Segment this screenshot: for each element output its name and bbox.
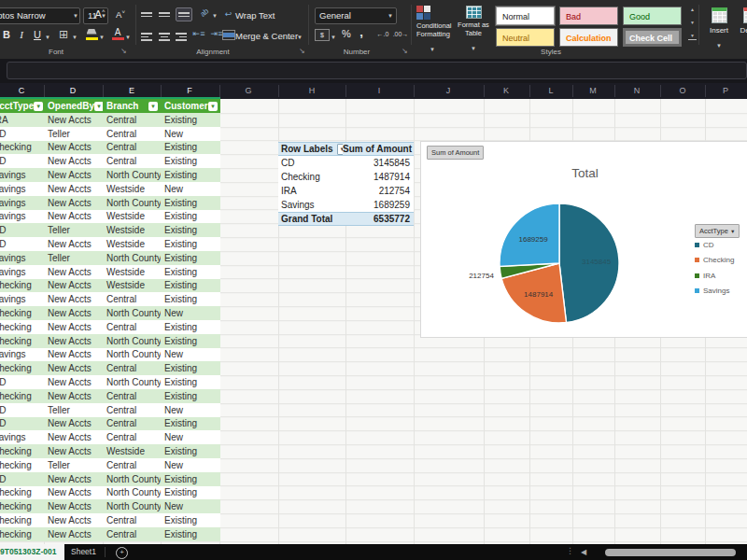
table-cell[interactable]: Existing <box>161 141 220 155</box>
legend-item-cd[interactable]: CD <box>695 241 714 249</box>
table-cell[interactable]: North County <box>103 251 161 265</box>
align-center-button[interactable] <box>159 31 170 43</box>
table-cell[interactable]: Checking <box>0 334 44 348</box>
table-cell[interactable]: Teller <box>44 127 103 141</box>
value-field-button[interactable]: Sum of Amount <box>427 146 484 160</box>
conditional-formatting-button[interactable]: Conditional Formatting ▼ <box>416 6 448 55</box>
table-cell[interactable]: Central <box>103 403 161 417</box>
pivot-row[interactable]: CD3145845 <box>278 156 414 170</box>
table-cell[interactable]: Westside <box>103 444 161 458</box>
table-cell[interactable]: Checking <box>0 389 44 403</box>
table-cell[interactable]: New <box>161 458 220 472</box>
table-cell[interactable]: Existing <box>161 237 220 251</box>
gallery-scroll-down-button[interactable]: ▼ <box>688 20 697 26</box>
table-cell[interactable]: Teller <box>44 458 103 472</box>
table-cell[interactable]: New Accts <box>44 375 103 389</box>
accounting-format-button[interactable]: $ <box>315 29 330 41</box>
tab-split-handle[interactable]: ⋮ <box>566 546 574 555</box>
table-cell[interactable]: North County <box>103 375 161 389</box>
italic-button[interactable]: I <box>15 29 28 40</box>
table-cell[interactable]: New <box>161 127 220 141</box>
gallery-more-button[interactable]: ▼ <box>688 33 697 40</box>
underline-button[interactable]: U <box>31 29 44 40</box>
table-cell[interactable]: CD <box>0 237 44 251</box>
font-name-select[interactable]: Aptos Narrow <box>0 7 80 24</box>
table-cell[interactable]: New Accts <box>44 113 103 127</box>
table-cell[interactable]: Existing <box>161 375 220 389</box>
table-cell[interactable]: New Accts <box>44 265 103 279</box>
table-cell[interactable]: IRA <box>0 113 44 127</box>
table-cell[interactable]: North County <box>103 334 161 348</box>
pivot-row[interactable]: IRA212754 <box>278 184 414 198</box>
sheet-tab-active[interactable]: 9T051303Z-001 <box>0 544 64 560</box>
table-cell[interactable]: Savings <box>0 168 44 182</box>
table-cell[interactable]: CD <box>0 403 44 417</box>
decrease-indent-button[interactable]: ⇤≡ <box>191 29 206 38</box>
column-header-F[interactable]: F <box>178 83 201 99</box>
pivot-row[interactable]: Savings1689259 <box>278 198 414 212</box>
table-cell[interactable]: Central <box>103 513 161 527</box>
table-cell[interactable]: New Accts <box>44 154 103 168</box>
borders-button[interactable]: ⊞ <box>56 28 71 41</box>
table-cell[interactable]: New Accts <box>44 486 103 500</box>
table-cell[interactable]: Checking <box>0 141 44 155</box>
column-header-H[interactable]: H <box>301 83 323 99</box>
table-cell[interactable]: Existing <box>161 210 220 224</box>
column-header-L[interactable]: L <box>540 83 562 99</box>
table-cell[interactable]: Existing <box>161 389 220 403</box>
table-cell[interactable]: Existing <box>161 472 220 486</box>
table-cell[interactable]: North County <box>103 499 161 513</box>
table-cell[interactable]: Savings <box>0 182 44 196</box>
table-cell[interactable]: Checking <box>0 306 44 320</box>
table-cell[interactable]: Existing <box>161 334 220 348</box>
align-left-button[interactable] <box>141 31 152 43</box>
table-header-accttype[interactable]: AcctType▼ <box>0 99 44 113</box>
column-header-K[interactable]: K <box>495 83 517 99</box>
table-cell[interactable]: Teller <box>44 403 103 417</box>
table-cell[interactable]: New Accts <box>44 361 103 375</box>
horizontal-scrollbar-thumb[interactable] <box>605 549 736 556</box>
table-cell[interactable]: New <box>161 499 220 513</box>
table-cell[interactable]: CD <box>0 127 44 141</box>
fill-color-button[interactable] <box>84 28 99 40</box>
table-header-branch[interactable]: Branch▼ <box>103 99 161 113</box>
number-dialog-launcher[interactable]: ↘ <box>402 47 408 55</box>
table-cell[interactable]: New Accts <box>44 306 103 320</box>
table-cell[interactable]: Existing <box>161 279 220 293</box>
legend-item-checking[interactable]: Checking <box>695 256 734 264</box>
table-cell[interactable]: Existing <box>161 417 220 431</box>
table-cell[interactable]: CD <box>0 154 44 168</box>
shrink-font-button[interactable]: A˅ <box>112 9 129 20</box>
pivot-header-rowlabels[interactable]: Row Labels ▼ <box>278 144 343 155</box>
table-cell[interactable]: Teller <box>44 223 103 237</box>
align-bottom-button[interactable] <box>176 7 192 21</box>
table-cell[interactable]: Existing <box>161 527 220 541</box>
table-cell[interactable]: Savings <box>0 348 44 362</box>
table-cell[interactable]: Checking <box>0 499 44 513</box>
table-cell[interactable]: North County <box>103 168 161 182</box>
table-cell[interactable]: Checking <box>0 458 44 472</box>
merge-center-button[interactable]: Merge & Center <box>235 31 298 41</box>
table-cell[interactable]: Checking <box>0 486 44 500</box>
table-cell[interactable]: New <box>161 348 220 362</box>
table-cell[interactable]: New <box>161 403 220 417</box>
table-cell[interactable]: Existing <box>161 196 220 210</box>
legend-item-savings[interactable]: Savings <box>695 287 729 295</box>
table-cell[interactable]: Teller <box>44 251 103 265</box>
column-header-C[interactable]: C <box>10 83 33 99</box>
table-cell[interactable]: Savings <box>0 265 44 279</box>
cell-style-good[interactable]: Good <box>623 7 682 25</box>
table-cell[interactable]: New Accts <box>44 527 103 541</box>
table-cell[interactable]: Westside <box>103 237 161 251</box>
decrease-decimal-button[interactable]: .00→ <box>392 31 409 37</box>
filter-dropdown-icon[interactable]: ▼ <box>94 102 103 111</box>
table-cell[interactable]: CD <box>0 417 44 431</box>
pivot-row[interactable]: Checking1487914 <box>278 170 414 184</box>
table-cell[interactable]: Central <box>103 417 161 431</box>
new-sheet-button[interactable]: + <box>116 547 128 559</box>
comma-style-button[interactable]: , <box>357 25 366 39</box>
table-cell[interactable]: Existing <box>161 444 220 458</box>
table-cell[interactable]: Savings <box>0 210 44 224</box>
table-cell[interactable]: New Accts <box>44 513 103 527</box>
table-cell[interactable]: Central <box>103 527 161 541</box>
